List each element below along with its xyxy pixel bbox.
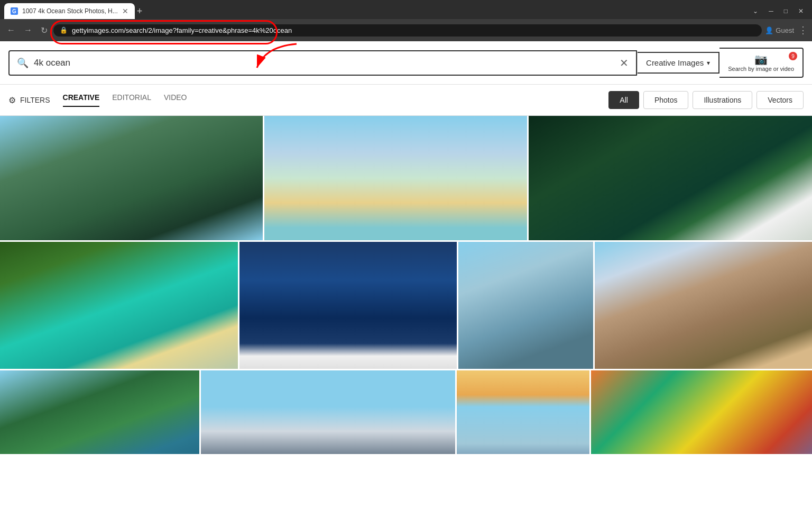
profile-button[interactable]: 👤 Guest	[765, 26, 794, 34]
active-tab[interactable]: G 1007 4k Ocean Stock Photos, H... ✕	[4, 3, 135, 19]
image-placeholder	[239, 242, 457, 369]
address-input-wrap[interactable]: 🔒	[53, 24, 762, 37]
tab-bar: G 1007 4k Ocean Stock Photos, H... ✕ + ⌄…	[0, 0, 812, 19]
image-placeholder	[529, 116, 813, 240]
tab-editorial[interactable]: EDITORIAL	[112, 93, 151, 107]
back-button[interactable]: ←	[4, 24, 18, 36]
image-row-2	[0, 242, 812, 369]
minimize-button[interactable]: ─	[764, 6, 778, 16]
search-input-wrap[interactable]: 🔍 ✕	[8, 50, 637, 76]
address-url-input[interactable]	[72, 26, 755, 34]
image-sailboat[interactable]	[239, 242, 457, 369]
image-placeholder	[0, 116, 263, 240]
type-photos-button[interactable]: Photos	[643, 91, 689, 109]
tab-favicon: G	[11, 7, 18, 15]
filters-label: FILTERS	[20, 96, 50, 104]
image-placeholder	[201, 370, 455, 454]
search-clear-button[interactable]: ✕	[620, 57, 629, 69]
window-controls: ⌄ ─ □ ✕	[749, 6, 808, 16]
type-illustrations-button[interactable]: Illustrations	[693, 91, 752, 109]
close-button[interactable]: ✕	[794, 6, 808, 16]
image-ocean-waves[interactable]	[529, 116, 813, 240]
filter-tabs: CREATIVE EDITORIAL VIDEO	[63, 93, 609, 107]
tab-creative[interactable]: CREATIVE	[63, 93, 100, 107]
image-row-1	[0, 116, 812, 240]
camera-icon: 📷	[754, 53, 768, 66]
type-filter-buttons: All Photos Illustrations Vectors	[608, 91, 804, 109]
forward-button[interactable]: →	[21, 24, 35, 36]
search-image-label: Search by image or video	[728, 66, 794, 72]
browser-chrome: G 1007 4k Ocean Stock Photos, H... ✕ + ⌄…	[0, 0, 812, 41]
image-placeholder	[0, 242, 238, 369]
profile-label: Guest	[776, 26, 794, 34]
image-palm-island[interactable]	[264, 116, 527, 240]
getty-header: 🔍 ✕ Creative Images ▾ 9 📷 Search by imag…	[0, 41, 812, 85]
search-icon: 🔍	[17, 57, 29, 69]
filter-bar: ⚙ FILTERS CREATIVE EDITORIAL VIDEO All P…	[0, 85, 812, 116]
type-vectors-button[interactable]: Vectors	[756, 91, 804, 109]
image-grid	[0, 116, 812, 452]
filter-icon: ⚙	[8, 95, 16, 105]
filters-button[interactable]: ⚙ FILTERS	[8, 95, 50, 105]
collapse-icon[interactable]: ⌄	[749, 6, 762, 16]
tab-video[interactable]: VIDEO	[164, 93, 187, 107]
image-placeholder	[595, 242, 812, 369]
tab-close-button[interactable]: ✕	[122, 7, 128, 15]
tab-title: 1007 4k Ocean Stock Photos, H...	[22, 7, 118, 15]
address-bar-actions: 👤 Guest ⋮	[765, 24, 808, 36]
search-image-badge: 9	[789, 52, 797, 60]
image-ship[interactable]	[201, 370, 455, 454]
search-type-arrow: ▾	[707, 59, 710, 67]
search-input[interactable]	[34, 58, 614, 68]
image-placeholder	[0, 370, 199, 454]
address-bar-row: ← → ↻ 🔒 👤 Guest	[0, 19, 812, 41]
maximize-button[interactable]: □	[780, 6, 792, 16]
lock-icon: 🔒	[60, 26, 68, 34]
image-placeholder	[264, 116, 527, 240]
search-type-button[interactable]: Creative Images ▾	[638, 52, 719, 74]
image-aerial-islands[interactable]	[0, 116, 263, 240]
search-by-image-button[interactable]: 9 📷 Search by image or video	[719, 48, 804, 78]
new-tab-button[interactable]: +	[137, 6, 143, 17]
image-colorful-map[interactable]	[591, 370, 812, 454]
image-placeholder	[457, 370, 589, 454]
browser-menu-button[interactable]: ⋮	[798, 24, 808, 36]
image-lighthouse[interactable]	[457, 370, 589, 454]
image-placeholder	[591, 370, 812, 454]
image-placeholder	[458, 242, 593, 369]
search-type-label: Creative Images	[646, 58, 704, 67]
image-coastal-road[interactable]	[0, 242, 238, 369]
image-row-3	[0, 370, 812, 452]
image-birds-ocean[interactable]	[458, 242, 593, 369]
type-all-button[interactable]: All	[608, 91, 639, 109]
profile-icon: 👤	[765, 26, 773, 34]
refresh-button[interactable]: ↻	[38, 24, 50, 37]
image-mountains[interactable]	[595, 242, 812, 369]
search-bar-row: 🔍 ✕ Creative Images ▾ 9 📷 Search by imag…	[8, 41, 804, 84]
address-bar-container: 🔒	[53, 24, 762, 37]
image-coastal2[interactable]	[0, 370, 199, 454]
